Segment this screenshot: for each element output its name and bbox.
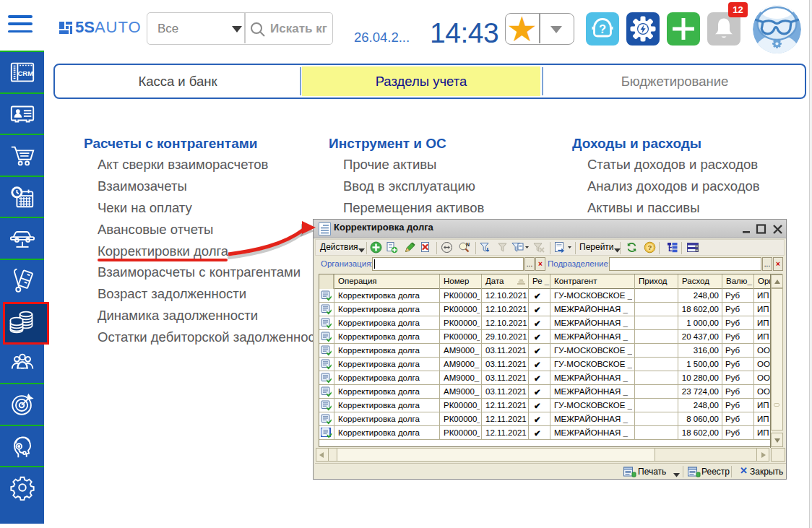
svg-text:CRM: CRM bbox=[17, 69, 33, 77]
svg-text:N: N bbox=[466, 242, 470, 247]
svg-text:?: ? bbox=[599, 22, 606, 35]
svg-text:?: ? bbox=[648, 243, 652, 251]
